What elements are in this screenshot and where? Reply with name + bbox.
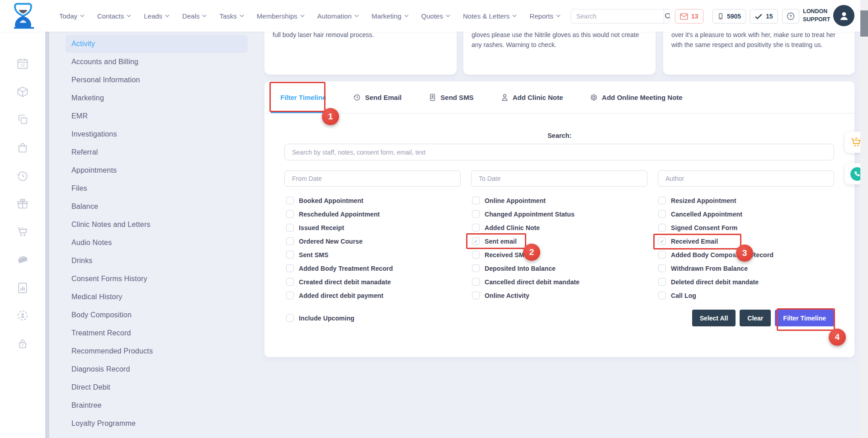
lock-icon[interactable] <box>16 337 29 350</box>
checkbox[interactable] <box>472 224 480 231</box>
svg-text:12: 12 <box>20 63 25 67</box>
package-icon[interactable] <box>16 85 29 98</box>
logo[interactable] <box>11 2 35 29</box>
cart-icon[interactable] <box>16 226 29 238</box>
nav-deals[interactable]: Deals <box>182 12 207 20</box>
gift-icon[interactable] <box>16 198 29 210</box>
checkbox[interactable] <box>286 197 294 204</box>
sms-icon <box>429 94 436 101</box>
sidebar-item-activity[interactable]: Activity <box>66 35 248 53</box>
sidebar-item-audio-notes[interactable]: Audio Notes <box>66 234 248 252</box>
nav-automation[interactable]: Automation <box>317 12 359 20</box>
filter-option-sent-email: Sent email <box>472 237 580 245</box>
checkbox[interactable] <box>472 237 480 245</box>
nav-tasks[interactable]: Tasks <box>219 12 244 20</box>
checkbox[interactable] <box>658 278 666 286</box>
sidebar-item-personal-information[interactable]: Personal Information <box>66 71 248 89</box>
checkbox[interactable] <box>658 251 666 259</box>
chevron-down-icon <box>240 14 244 18</box>
nav-memberships[interactable]: Memberships <box>257 12 305 20</box>
checkbox[interactable] <box>658 237 666 245</box>
sidebar-item-treatment-record[interactable]: Treatment Record <box>66 324 248 342</box>
chart-report-icon[interactable] <box>16 282 29 294</box>
checkbox[interactable] <box>286 278 294 286</box>
messages-badge-button[interactable]: 13 <box>675 9 703 24</box>
search-button[interactable] <box>664 9 670 23</box>
checkbox[interactable] <box>472 264 480 272</box>
nav-notes-letters[interactable]: Notes & Letters <box>463 12 517 20</box>
checkbox[interactable] <box>658 210 666 218</box>
checkbox[interactable] <box>658 292 666 299</box>
checkbox[interactable] <box>472 210 480 218</box>
sidebar-item-emr[interactable]: EMR <box>66 107 248 125</box>
sidebar-item-drinks[interactable]: Drinks <box>66 252 248 270</box>
clear-button[interactable]: Clear <box>740 310 771 326</box>
checkbox[interactable] <box>472 278 480 286</box>
checkbox[interactable] <box>658 224 666 231</box>
checkbox[interactable] <box>286 210 294 218</box>
global-search-input[interactable] <box>571 9 664 23</box>
checkbox[interactable] <box>286 251 294 259</box>
select-all-button[interactable]: Select All <box>692 310 736 326</box>
sidebar-item-recommended-products[interactable]: Recommended Products <box>66 342 248 360</box>
shopping-bag-icon[interactable] <box>16 141 29 154</box>
avatar[interactable] <box>833 5 854 26</box>
from-date-input[interactable] <box>284 170 461 187</box>
tab-add-online-meeting-note[interactable]: Add Online Meeting Note <box>580 81 692 113</box>
nav-leads[interactable]: Leads <box>144 12 170 20</box>
nav-today[interactable]: Today <box>59 12 85 20</box>
gear-icon <box>590 94 598 101</box>
sidebar-item-loyalty-programme[interactable]: Loyalty Programme <box>66 414 248 433</box>
nav-reports[interactable]: Reports <box>529 12 561 20</box>
page-scrollbar-thumb[interactable] <box>860 10 868 37</box>
checkbox[interactable] <box>472 292 480 299</box>
history-icon[interactable] <box>16 170 29 182</box>
checkbox[interactable] <box>286 264 294 272</box>
price-tags-icon[interactable] <box>16 253 29 266</box>
author-input[interactable] <box>658 170 834 187</box>
sidebar-item-referral[interactable]: Referral <box>66 143 248 161</box>
user-sync-icon[interactable] <box>16 309 29 322</box>
checkbox[interactable] <box>658 264 666 272</box>
nav-quotes[interactable]: Quotes <box>421 12 450 20</box>
nav-marketing[interactable]: Marketing <box>372 12 409 20</box>
sidebar-item-files[interactable]: Files <box>66 179 248 198</box>
tab-add-clinic-note[interactable]: Add Clinic Note <box>491 81 573 113</box>
sidebar-item-body-composition[interactable]: Body Composition <box>66 306 248 324</box>
tab-send-email[interactable]: Send Email <box>344 81 411 113</box>
timeline-search-input[interactable] <box>284 144 834 160</box>
nav-contacts[interactable]: Contacts <box>97 12 131 20</box>
checkbox[interactable] <box>472 251 480 259</box>
tab-send-sms[interactable]: Send SMS <box>419 81 483 113</box>
sidebar-item-appointments[interactable]: Appointments <box>66 161 248 179</box>
tab-filter-timeline[interactable]: Filter Timeline <box>271 81 335 113</box>
calendar-12-icon[interactable]: 12 <box>16 57 29 70</box>
calls-badge-button[interactable]: 5905 <box>712 9 746 24</box>
chevron-down-icon <box>512 14 517 18</box>
to-date-input[interactable] <box>471 170 647 187</box>
filter-option: Deposited Into Balance <box>472 264 580 272</box>
tasks-badge-button[interactable]: 15 <box>750 9 778 24</box>
help-button[interactable]: ? <box>782 9 799 24</box>
checkbox[interactable] <box>472 197 480 204</box>
sidebar-item-braintree[interactable]: Braintree <box>66 396 248 414</box>
sidebar-item-clinic-notes-letters[interactable]: Clinic Notes and Letters <box>66 216 248 234</box>
sidebar-item-medical-history[interactable]: Medical History <box>66 288 248 306</box>
checkbox[interactable] <box>286 292 294 299</box>
sidebar-item-direct-debit[interactable]: Direct Debit <box>66 378 248 396</box>
person-icon <box>838 10 850 22</box>
sidebar-scrollbar[interactable] <box>45 32 49 438</box>
sidebar-item-accounts-billing[interactable]: Accounts and Billing <box>66 53 248 71</box>
sidebar-item-diagnosis-record[interactable]: Diagnosis Record <box>66 360 248 378</box>
sidebar-item-investigations[interactable]: Investigations <box>66 125 248 143</box>
filter-timeline-button[interactable]: Filter Timeline <box>775 310 834 326</box>
sidebar-item-consent-forms-history[interactable]: Consent Forms History <box>66 270 248 288</box>
checkbox[interactable] <box>286 224 294 231</box>
sidebar-item-balance[interactable]: Balance <box>66 198 248 216</box>
include-upcoming-checkbox[interactable] <box>286 314 294 322</box>
checkbox[interactable] <box>286 237 294 245</box>
sidebar-item-marketing[interactable]: Marketing <box>66 89 248 107</box>
person-icon <box>501 94 509 101</box>
checkbox[interactable] <box>658 197 666 204</box>
copy-icon[interactable] <box>16 113 29 126</box>
